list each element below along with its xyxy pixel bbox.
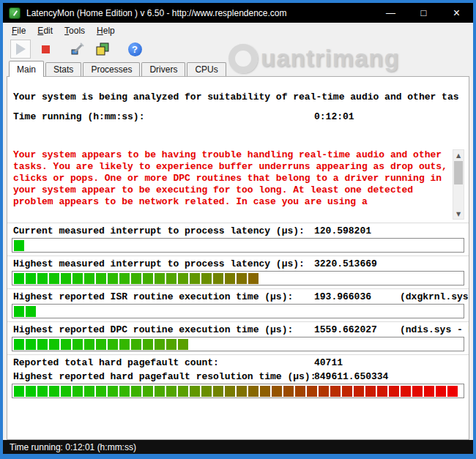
help-button[interactable]: ? [124,40,145,59]
scroll-down-arrow[interactable]: ▼ [453,209,464,219]
tools-icon [70,42,85,56]
bar-segment [436,386,446,397]
bar-segment [166,273,176,284]
bar-segment [237,273,247,284]
bar-segment [84,386,94,397]
bar-segment [61,386,71,397]
tab-drivers[interactable]: Drivers [141,62,185,76]
bar-segment [155,273,165,284]
bar-segment [37,386,48,397]
bar-segment [131,386,141,397]
bar-segment [178,386,188,397]
tab-stats[interactable]: Stats [45,62,81,76]
close-icon: × [453,7,460,20]
latency-bar [12,238,464,253]
time-running-value: 0:12:01 [314,111,354,122]
tab-processes[interactable]: Processes [83,62,140,76]
metric-value: 120.598201 [314,225,371,236]
minimize-button[interactable]: — [374,3,407,23]
bar-segment [190,273,200,284]
bar-segment [37,339,48,350]
processors-view-button[interactable] [92,40,113,59]
bar-segment [155,386,165,397]
bar-segment [178,273,188,284]
bar-segment [84,273,94,284]
bar-segment [166,386,176,397]
bar-segment [155,339,165,350]
bar-segment [365,386,376,397]
menu-item-tools[interactable]: Tools [59,23,91,38]
play-icon [16,43,26,55]
menu-item-file[interactable]: File [6,23,31,38]
bar-segment [225,273,235,284]
status-bar: Time running: 0:12:01 (h:mm:ss) [3,440,473,454]
latency-bar [12,271,464,286]
close-button[interactable]: × [440,3,473,23]
bar-segment [119,273,130,284]
metric-value: 193.966036 [314,291,371,302]
stop-icon [42,45,50,53]
menu-item-help[interactable]: Help [91,23,121,38]
tab-strip: MainStatsProcessesDriversCPUs [3,60,473,76]
metric-row: Highest reported DPC routine execution t… [7,322,469,336]
latency-bar [12,384,464,398]
menu-item-edit[interactable]: Edit [31,23,59,38]
scroll-up-arrow[interactable]: ▲ [453,150,464,160]
metric-row: Reported total hard pagefault count:4071… [7,355,469,369]
bar-segment [108,386,118,397]
scroll-thumb[interactable] [454,161,463,184]
bar-segment [307,386,317,397]
bar-segment [447,386,458,397]
time-running-row: Time running (h:mm:ss): 0:12:01 [7,111,469,123]
metrics-list: Current measured interrupt to process la… [7,223,469,398]
time-running-label: Time running (h:mm:ss): [13,111,144,122]
tab-cpus[interactable]: CPUs [187,62,226,76]
metric-value: 40711 [314,357,343,368]
bar-segment [14,339,24,350]
bar-segment [225,386,235,397]
bar-segment [37,273,48,284]
bar-segment [283,386,294,397]
metric-label: Highest reported hard pagefault resoluti… [13,371,316,382]
bar-segment [389,386,399,397]
bar-segment [377,386,387,397]
bar-segment [248,386,259,397]
bar-segment [72,386,83,397]
bar-segment [119,386,130,397]
bar-segment [319,386,329,397]
bar-segment [201,386,212,397]
tools-options-button[interactable] [67,40,88,59]
bar-segment [143,386,153,397]
bar-segment [108,339,118,350]
metric-label: Reported total hard pagefault count: [13,357,219,368]
metric-label: Highest reported ISR routine execution t… [13,291,293,302]
menu-bar: FileEditToolsHelp [3,23,473,38]
maximize-icon: □ [421,7,427,18]
help-icon: ? [128,42,142,56]
warning-scrollbar[interactable]: ▲ ▼ [453,149,464,220]
metric-value: 849611.650334 [314,371,388,382]
metric-driver-note: (ndis.sys - Netwo [400,324,469,335]
bar-segment [49,339,59,350]
title-bar[interactable]: LatencyMon (Home Edition ) v 6.50 - http… [3,3,473,23]
bar-segment [119,339,130,350]
bar-segment [201,273,212,284]
start-monitor-button[interactable] [10,40,31,59]
bar-segment [190,386,200,397]
bar-segment [14,306,24,317]
maximize-button[interactable]: □ [407,3,440,23]
bar-segment [96,386,106,397]
tab-main[interactable]: Main [9,61,44,77]
warning-area: Your system appears to be having trouble… [13,149,469,220]
bar-segment [131,339,141,350]
stop-monitor-button[interactable] [35,40,56,59]
bar-segment [26,273,36,284]
bar-segment [260,386,270,397]
bar-segment [213,386,223,397]
metric-value: 3220.513669 [314,258,377,269]
bar-segment [178,339,188,350]
bar-segment [412,386,423,397]
metric-row: Current measured interrupt to process la… [7,223,469,237]
bar-segment [96,273,106,284]
bar-segment [72,273,83,284]
